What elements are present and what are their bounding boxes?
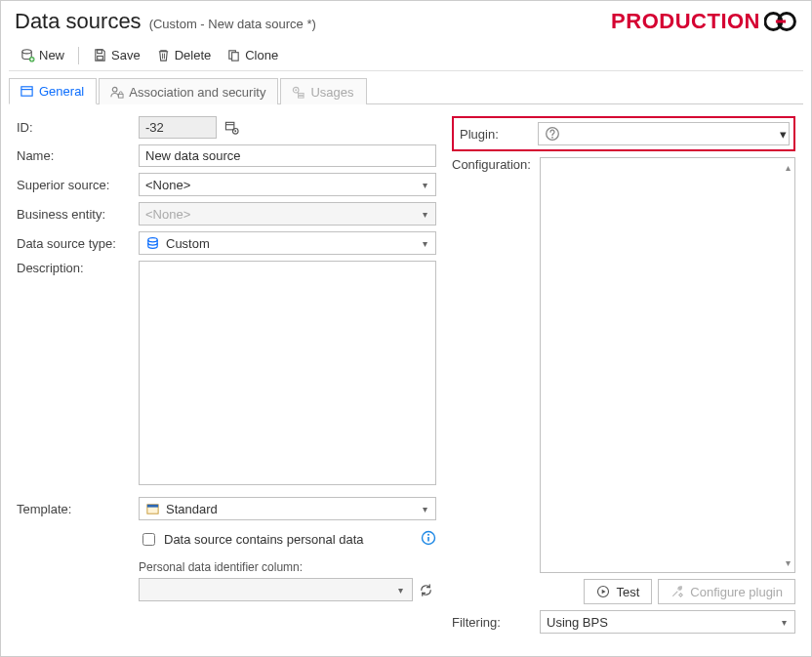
plugin-label: Plugin: xyxy=(460,127,538,142)
personal-id-combo: ▾ xyxy=(139,578,413,601)
config-label: Configuration: xyxy=(452,157,540,172)
save-button[interactable]: Save xyxy=(87,46,146,64)
svg-point-18 xyxy=(234,130,236,132)
tab-strip: General Association and security Usages xyxy=(9,77,803,104)
toolbar: New Save Delete Clone xyxy=(9,42,803,71)
plugin-combo[interactable]: ▾ xyxy=(538,122,790,145)
chevron-down-icon: ▾ xyxy=(416,504,433,514)
id-label: ID: xyxy=(17,120,139,135)
template-combo[interactable]: Standard ▾ xyxy=(139,497,436,520)
play-icon xyxy=(596,585,610,598)
chevron-down-icon: ▾ xyxy=(780,127,787,142)
chevron-down-icon: ▾ xyxy=(416,180,433,190)
superior-combo[interactable]: <None> ▾ xyxy=(139,173,436,196)
superior-label: Superior source: xyxy=(17,178,139,192)
filter-label: Filtering: xyxy=(452,615,540,630)
svg-rect-21 xyxy=(147,504,158,507)
tab-usages[interactable]: Usages xyxy=(280,78,366,104)
tab-general[interactable]: General xyxy=(9,78,97,104)
svg-rect-14 xyxy=(299,93,304,95)
filter-combo[interactable]: Using BPS ▾ xyxy=(540,610,795,634)
clone-icon xyxy=(226,48,241,62)
logo-icon xyxy=(764,9,797,34)
description-field[interactable] xyxy=(139,261,436,485)
save-icon xyxy=(93,48,107,62)
svg-rect-16 xyxy=(225,122,233,130)
svg-rect-23 xyxy=(427,537,429,542)
chevron-down-icon: ▾ xyxy=(392,585,410,595)
refresh-button[interactable] xyxy=(417,579,436,600)
delete-button[interactable]: Delete xyxy=(150,46,218,64)
trash-icon xyxy=(156,48,171,62)
left-column: ID: Name: Superior source: <None> ▾ Busi… xyxy=(17,116,436,639)
info-icon[interactable] xyxy=(421,530,436,549)
svg-rect-6 xyxy=(98,56,103,60)
refresh-icon xyxy=(419,583,433,597)
desc-label: Description: xyxy=(17,261,139,275)
chevron-down-icon: ▾ xyxy=(416,238,433,249)
template-icon xyxy=(145,502,160,516)
page-subtitle: (Custom - New data source *) xyxy=(149,17,316,31)
personal-data-label: Data source contains personal data xyxy=(164,532,364,547)
window-gear-icon xyxy=(224,120,239,135)
gear-layers-icon xyxy=(291,85,305,100)
page-header: Data sources (Custom - New data source *… xyxy=(9,9,803,42)
database-custom-icon xyxy=(145,236,160,251)
clone-button[interactable]: Clone xyxy=(221,46,284,64)
svg-point-19 xyxy=(148,237,157,241)
svg-rect-8 xyxy=(232,53,239,61)
entity-combo: <None> ▾ xyxy=(139,202,436,226)
plugin-row-highlight: Plugin: ▾ xyxy=(452,116,795,151)
page-title: Data sources xyxy=(15,9,142,34)
svg-point-26 xyxy=(551,137,553,139)
personal-id-label: Personal data identifier column: xyxy=(139,560,436,574)
window-icon xyxy=(20,84,34,99)
help-icon xyxy=(545,126,560,142)
svg-rect-9 xyxy=(21,87,32,96)
scroll-up-icon: ▴ xyxy=(786,162,791,173)
personal-data-checkbox[interactable] xyxy=(142,533,155,546)
id-field xyxy=(139,116,217,139)
type-combo[interactable]: Custom ▾ xyxy=(139,231,436,255)
svg-point-3 xyxy=(22,50,31,54)
form-area: ID: Name: Superior source: <None> ▾ Busi… xyxy=(9,104,803,647)
right-column: Plugin: ▾ Configuration: ▴ ▾ Test xyxy=(452,116,795,639)
svg-point-24 xyxy=(427,534,429,536)
type-label: Data source type: xyxy=(17,236,139,251)
svg-point-13 xyxy=(296,89,298,91)
svg-rect-15 xyxy=(299,96,304,98)
scroll-down-icon: ▾ xyxy=(786,557,791,568)
svg-rect-11 xyxy=(119,94,124,98)
chevron-down-icon: ▾ xyxy=(416,209,433,220)
person-lock-icon xyxy=(109,85,124,100)
configuration-area[interactable]: ▴ ▾ xyxy=(540,157,795,573)
tools-icon xyxy=(670,585,684,598)
entity-label: Business entity: xyxy=(17,207,139,222)
name-field[interactable] xyxy=(139,144,436,167)
id-link-button[interactable] xyxy=(221,117,242,139)
chevron-down-icon: ▾ xyxy=(775,617,792,628)
environment-badge: PRODUCTION xyxy=(611,9,760,34)
svg-rect-2 xyxy=(776,20,786,22)
configure-plugin-button: Configure plugin xyxy=(658,579,795,604)
template-label: Template: xyxy=(17,502,139,516)
database-new-icon xyxy=(20,48,35,62)
new-button[interactable]: New xyxy=(15,46,70,64)
name-label: Name: xyxy=(17,148,139,163)
svg-rect-5 xyxy=(98,50,102,54)
svg-point-10 xyxy=(113,87,118,92)
test-button[interactable]: Test xyxy=(584,579,652,604)
tab-association[interactable]: Association and security xyxy=(99,78,278,104)
